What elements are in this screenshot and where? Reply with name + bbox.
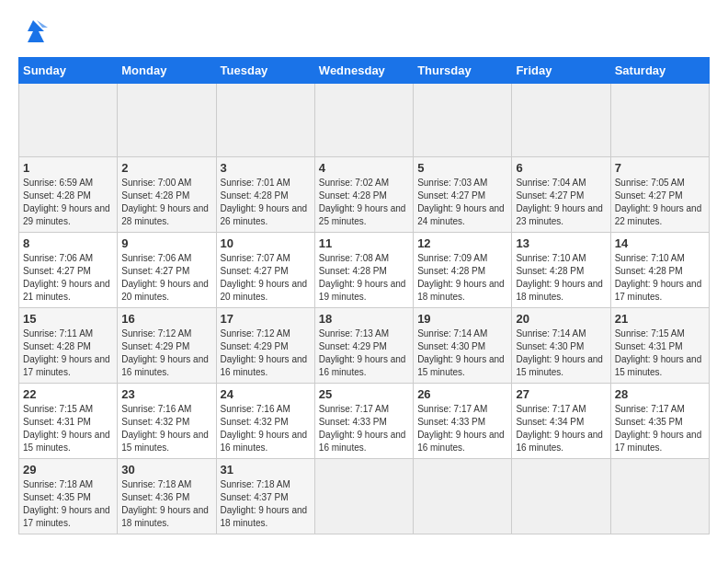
calendar-cell: 14Sunrise: 7:10 AMSunset: 4:28 PMDayligh… (610, 233, 709, 308)
day-number: 27 (516, 387, 606, 401)
calendar-cell: 27Sunrise: 7:17 AMSunset: 4:34 PMDayligh… (512, 384, 610, 459)
day-info: Sunrise: 7:17 AMSunset: 4:35 PMDaylight:… (615, 403, 705, 454)
page-header (18, 18, 710, 48)
day-info: Sunrise: 7:16 AMSunset: 4:32 PMDaylight:… (121, 403, 211, 454)
day-of-week-wednesday: Wednesday (314, 58, 413, 84)
day-number: 21 (615, 312, 705, 326)
day-number: 11 (319, 236, 409, 250)
day-of-week-monday: Monday (118, 58, 216, 84)
calendar-cell (610, 84, 709, 157)
day-number: 29 (23, 463, 113, 477)
day-info: Sunrise: 7:03 AMSunset: 4:27 PMDaylight:… (417, 177, 507, 228)
day-number: 4 (319, 161, 409, 175)
day-info: Sunrise: 7:18 AMSunset: 4:37 PMDaylight:… (221, 478, 311, 530)
day-info: Sunrise: 7:15 AMSunset: 4:31 PMDaylight:… (615, 327, 705, 379)
day-info: Sunrise: 7:04 AMSunset: 4:27 PMDaylight:… (516, 177, 606, 228)
logo-icon (18, 18, 48, 48)
day-of-week-friday: Friday (512, 58, 610, 84)
calendar-cell: 26Sunrise: 7:17 AMSunset: 4:33 PMDayligh… (414, 384, 512, 459)
day-number: 26 (417, 387, 507, 401)
day-number: 10 (221, 236, 311, 250)
calendar-cell: 7Sunrise: 7:05 AMSunset: 4:27 PMDaylight… (610, 157, 709, 233)
calendar-week-4: 22Sunrise: 7:15 AMSunset: 4:31 PMDayligh… (19, 384, 710, 459)
calendar-week-1: 1Sunrise: 6:59 AMSunset: 4:28 PMDaylight… (19, 157, 710, 233)
day-info: Sunrise: 7:14 AMSunset: 4:30 PMDaylight:… (516, 327, 606, 379)
day-info: Sunrise: 7:17 AMSunset: 4:34 PMDaylight:… (516, 403, 606, 454)
calendar-cell: 15Sunrise: 7:11 AMSunset: 4:28 PMDayligh… (19, 308, 118, 384)
day-info: Sunrise: 7:15 AMSunset: 4:31 PMDaylight:… (23, 403, 113, 454)
calendar-cell (610, 459, 709, 534)
calendar-cell: 2Sunrise: 7:00 AMSunset: 4:28 PMDaylight… (118, 157, 216, 233)
day-of-week-sunday: Sunday (19, 58, 118, 84)
day-number: 8 (23, 236, 113, 250)
calendar-cell: 19Sunrise: 7:14 AMSunset: 4:30 PMDayligh… (414, 308, 512, 384)
calendar-cell: 12Sunrise: 7:09 AMSunset: 4:28 PMDayligh… (414, 233, 512, 308)
day-info: Sunrise: 7:10 AMSunset: 4:28 PMDaylight:… (516, 252, 606, 304)
day-info: Sunrise: 7:06 AMSunset: 4:27 PMDaylight:… (121, 252, 211, 304)
calendar-table: SundayMondayTuesdayWednesdayThursdayFrid… (18, 57, 710, 534)
day-number: 30 (121, 463, 211, 477)
calendar-week-2: 8Sunrise: 7:06 AMSunset: 4:27 PMDaylight… (19, 233, 710, 308)
day-number: 15 (23, 312, 113, 326)
day-info: Sunrise: 7:02 AMSunset: 4:28 PMDaylight:… (319, 177, 409, 228)
calendar-cell: 8Sunrise: 7:06 AMSunset: 4:27 PMDaylight… (19, 233, 118, 308)
calendar-cell (118, 84, 216, 157)
day-number: 22 (23, 387, 113, 401)
calendar-cell (414, 459, 512, 534)
day-number: 20 (516, 312, 606, 326)
calendar-week-0 (19, 84, 710, 157)
calendar-cell: 28Sunrise: 7:17 AMSunset: 4:35 PMDayligh… (610, 384, 709, 459)
day-info: Sunrise: 7:13 AMSunset: 4:29 PMDaylight:… (319, 327, 409, 379)
day-number: 25 (319, 387, 409, 401)
day-of-week-thursday: Thursday (414, 58, 512, 84)
day-info: Sunrise: 7:07 AMSunset: 4:27 PMDaylight:… (221, 252, 311, 304)
day-info: Sunrise: 7:14 AMSunset: 4:30 PMDaylight:… (417, 327, 507, 379)
day-info: Sunrise: 7:00 AMSunset: 4:28 PMDaylight:… (121, 177, 211, 228)
calendar-cell: 31Sunrise: 7:18 AMSunset: 4:37 PMDayligh… (216, 459, 314, 534)
calendar-week-5: 29Sunrise: 7:18 AMSunset: 4:35 PMDayligh… (19, 459, 710, 534)
calendar-week-3: 15Sunrise: 7:11 AMSunset: 4:28 PMDayligh… (19, 308, 710, 384)
day-number: 1 (23, 161, 113, 175)
calendar-cell (414, 84, 512, 157)
day-number: 28 (615, 387, 705, 401)
day-info: Sunrise: 7:16 AMSunset: 4:32 PMDaylight:… (221, 403, 311, 454)
day-number: 23 (121, 387, 211, 401)
day-info: Sunrise: 7:08 AMSunset: 4:28 PMDaylight:… (319, 252, 409, 304)
day-info: Sunrise: 7:10 AMSunset: 4:28 PMDaylight:… (615, 252, 705, 304)
calendar-cell: 3Sunrise: 7:01 AMSunset: 4:28 PMDaylight… (216, 157, 314, 233)
day-number: 9 (121, 236, 211, 250)
calendar-cell (216, 84, 314, 157)
day-number: 14 (615, 236, 705, 250)
day-number: 16 (121, 312, 211, 326)
day-info: Sunrise: 7:06 AMSunset: 4:27 PMDaylight:… (23, 252, 113, 304)
day-info: Sunrise: 7:01 AMSunset: 4:28 PMDaylight:… (221, 177, 311, 228)
logo (18, 18, 53, 48)
day-info: Sunrise: 7:12 AMSunset: 4:29 PMDaylight:… (121, 327, 211, 379)
day-info: Sunrise: 7:11 AMSunset: 4:28 PMDaylight:… (23, 327, 113, 379)
day-info: Sunrise: 7:18 AMSunset: 4:35 PMDaylight:… (23, 478, 113, 530)
calendar-cell: 20Sunrise: 7:14 AMSunset: 4:30 PMDayligh… (512, 308, 610, 384)
day-info: Sunrise: 7:17 AMSunset: 4:33 PMDaylight:… (417, 403, 507, 454)
day-info: Sunrise: 7:18 AMSunset: 4:36 PMDaylight:… (121, 478, 211, 530)
calendar-cell: 11Sunrise: 7:08 AMSunset: 4:28 PMDayligh… (314, 233, 413, 308)
calendar-cell: 24Sunrise: 7:16 AMSunset: 4:32 PMDayligh… (216, 384, 314, 459)
day-number: 24 (221, 387, 311, 401)
day-info: Sunrise: 7:17 AMSunset: 4:33 PMDaylight:… (319, 403, 409, 454)
calendar-cell: 22Sunrise: 7:15 AMSunset: 4:31 PMDayligh… (19, 384, 118, 459)
calendar-cell: 1Sunrise: 6:59 AMSunset: 4:28 PMDaylight… (19, 157, 118, 233)
day-info: Sunrise: 6:59 AMSunset: 4:28 PMDaylight:… (23, 177, 113, 228)
day-number: 7 (615, 161, 705, 175)
day-number: 2 (121, 161, 211, 175)
calendar-cell: 25Sunrise: 7:17 AMSunset: 4:33 PMDayligh… (314, 384, 413, 459)
calendar-cell: 16Sunrise: 7:12 AMSunset: 4:29 PMDayligh… (118, 308, 216, 384)
calendar-cell: 6Sunrise: 7:04 AMSunset: 4:27 PMDaylight… (512, 157, 610, 233)
day-number: 17 (221, 312, 311, 326)
calendar-cell: 21Sunrise: 7:15 AMSunset: 4:31 PMDayligh… (610, 308, 709, 384)
day-info: Sunrise: 7:09 AMSunset: 4:28 PMDaylight:… (417, 252, 507, 304)
day-number: 5 (417, 161, 507, 175)
day-number: 19 (417, 312, 507, 326)
day-info: Sunrise: 7:05 AMSunset: 4:27 PMDaylight:… (615, 177, 705, 228)
calendar-cell: 5Sunrise: 7:03 AMSunset: 4:27 PMDaylight… (414, 157, 512, 233)
calendar-cell: 17Sunrise: 7:12 AMSunset: 4:29 PMDayligh… (216, 308, 314, 384)
calendar-cell: 13Sunrise: 7:10 AMSunset: 4:28 PMDayligh… (512, 233, 610, 308)
